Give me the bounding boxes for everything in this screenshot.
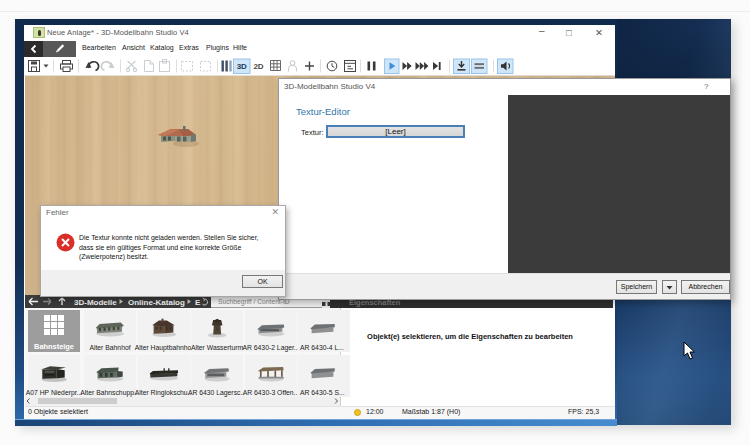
svg-text:Online-Katalog: Online-Katalog xyxy=(128,298,185,307)
svg-text:2D: 2D xyxy=(253,62,263,71)
svg-text:3D-Modelle: 3D-Modelle xyxy=(74,298,117,307)
svg-text:3D: 3D xyxy=(237,62,247,71)
svg-text:E: E xyxy=(195,298,201,307)
